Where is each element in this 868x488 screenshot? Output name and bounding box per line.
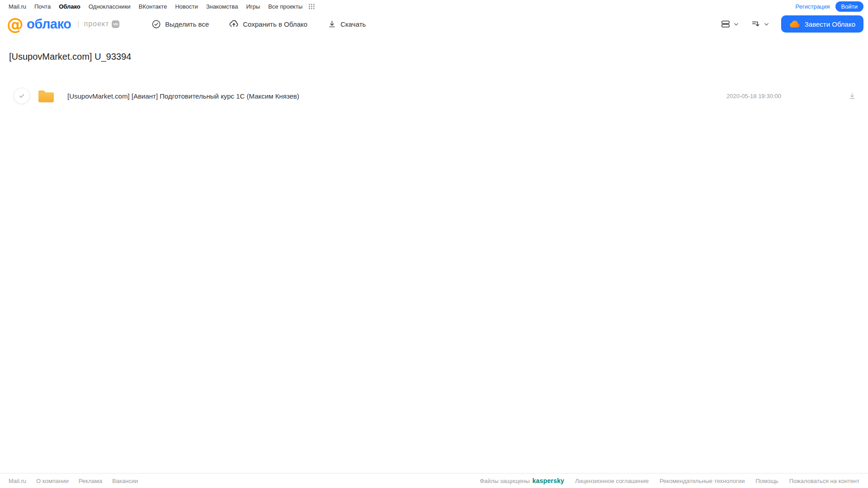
page-footer: Mail.ru О компании Реклама Вакансии Файл… (0, 473, 868, 488)
portal-link-novosti[interactable]: Новости (175, 3, 198, 10)
file-date: 2020-05-18 19:30:00 (726, 93, 781, 99)
chevron-down-icon (733, 21, 739, 27)
file-row-meta: 2020-05-18 19:30:00 (726, 92, 856, 100)
orange-cloud-icon (789, 19, 800, 28)
footer-link-about[interactable]: О компании (36, 478, 69, 484)
portal-nav-links: Mail.ru Почта Облако Одноклассники ВКонт… (9, 3, 315, 10)
file-row[interactable]: [UsupovMarket.com] [Авиант] Подготовител… (0, 85, 868, 106)
kaspersky-logo: kaspersky (532, 477, 564, 484)
cloud-upload-icon (229, 19, 239, 29)
check-icon (18, 92, 25, 99)
footer-right-links: Файлы защищены kaspersky Лицензионное со… (480, 477, 859, 484)
get-cloud-label: Завести Облако (805, 20, 855, 28)
file-name[interactable]: [UsupovMarket.com] [Авиант] Подготовител… (67, 92, 299, 100)
vk-badge-icon: VK (112, 20, 119, 28)
chevron-down-icon (764, 21, 769, 27)
portal-link-mailru[interactable]: Mail.ru (9, 3, 26, 10)
kaspersky-protected: Файлы защищены kaspersky (480, 477, 564, 484)
cloud-logo-text: облако (27, 18, 71, 31)
row-checkbox[interactable] (14, 88, 30, 104)
portal-link-igry[interactable]: Игры (246, 3, 260, 10)
file-toolbar: Выделить все Сохранить в Облако Скачать (152, 19, 366, 29)
save-to-cloud-label: Сохранить в Облако (243, 20, 308, 28)
page-title: [UsupovMarket.com] U_93394 (0, 52, 868, 62)
check-circle-icon (152, 19, 161, 29)
sort-icon (751, 19, 761, 29)
portal-link-all-projects[interactable]: Все проекты (268, 3, 303, 10)
footer-link-report-content[interactable]: Пожаловаться на контент (789, 478, 859, 484)
login-button[interactable]: Войти (835, 1, 863, 12)
footer-link-help[interactable]: Помощь (755, 478, 778, 484)
portal-nav: Mail.ru Почта Облако Одноклассники ВКонт… (0, 0, 868, 13)
sort-dropdown[interactable] (751, 19, 769, 29)
cloud-logo[interactable]: @ облако | проект VK (7, 16, 142, 33)
registration-link[interactable]: Регистрация (796, 3, 830, 10)
footer-link-recommendation-tech[interactable]: Рекомендательные технологии (659, 478, 745, 484)
mailru-at-icon: @ (7, 16, 24, 33)
logo-divider: | (77, 20, 79, 28)
view-controls: Завести Облако (721, 15, 863, 33)
select-all-label: Выделить все (165, 20, 209, 28)
portal-link-vkontakte[interactable]: ВКонтакте (139, 3, 167, 10)
view-mode-dropdown[interactable] (721, 19, 739, 29)
app-header: @ облако | проект VK Выделить все Сохран… (0, 13, 868, 35)
list-view-icon (721, 19, 730, 29)
portal-link-oblako[interactable]: Облако (59, 3, 81, 10)
project-label: проект (84, 20, 109, 28)
footer-link-ads[interactable]: Реклама (79, 478, 102, 484)
portal-auth: Регистрация Войти (796, 1, 863, 12)
protected-label: Файлы защищены (480, 478, 530, 484)
download-label: Скачать (341, 20, 366, 28)
footer-link-jobs[interactable]: Вакансии (112, 478, 138, 484)
footer-link-license[interactable]: Лицензионное соглашение (575, 478, 649, 484)
save-to-cloud-button[interactable]: Сохранить в Облако (229, 19, 308, 29)
download-icon (327, 19, 337, 28)
portal-link-pochta[interactable]: Почта (34, 3, 51, 10)
portal-link-odnoklassniki[interactable]: Одноклассники (89, 3, 131, 10)
footer-left-links: Mail.ru О компании Реклама Вакансии (9, 478, 138, 484)
get-cloud-button[interactable]: Завести Облако (781, 15, 863, 33)
main-content: [UsupovMarket.com] U_93394 [UsupovMarket… (0, 35, 868, 473)
row-download-icon[interactable] (848, 92, 856, 100)
apps-grid-icon[interactable] (308, 3, 315, 10)
select-all-button[interactable]: Выделить все (152, 19, 209, 29)
portal-link-znakomstva[interactable]: Знакомства (206, 3, 238, 10)
download-button[interactable]: Скачать (327, 19, 366, 28)
folder-icon (38, 88, 55, 104)
footer-link-mailru[interactable]: Mail.ru (9, 478, 26, 484)
